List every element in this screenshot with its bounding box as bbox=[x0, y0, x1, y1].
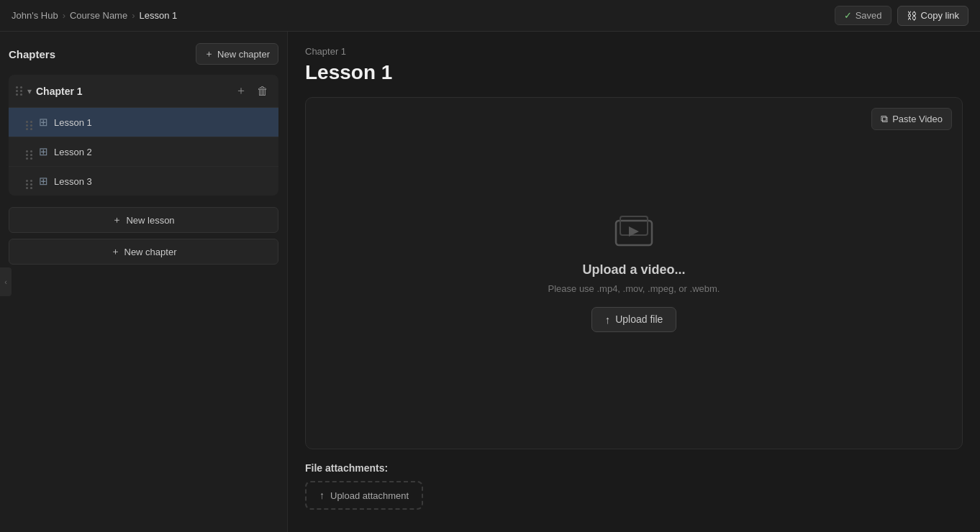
copy-link-label: Copy link bbox=[921, 10, 959, 21]
new-chapter-bottom-label: New chapter bbox=[124, 247, 177, 257]
chapter-1-block: ▾ Chapter 1 ＋ 🗑 ⊞ Lesson 1 bbox=[9, 75, 278, 196]
paste-icon: ⧉ bbox=[881, 113, 888, 125]
lesson-item-1[interactable]: ⊞ Lesson 1 bbox=[9, 108, 278, 137]
lesson-1-icon: ⊞ bbox=[39, 116, 48, 129]
content-title: Lesson 1 bbox=[305, 61, 963, 84]
plus-icon-chapter-bottom: ＋ bbox=[111, 245, 120, 258]
breadcrumb-sep2: › bbox=[132, 10, 135, 21]
chapter-1-actions: ＋ 🗑 bbox=[232, 82, 271, 100]
upload-file-icon: ↑ bbox=[605, 313, 611, 326]
breadcrumb: John's Hub › Course Name › Lesson 1 bbox=[12, 10, 177, 21]
video-upload-area: ⧉ Paste Video Upload a video... Please u… bbox=[305, 97, 963, 449]
main-layout: ‹ Chapters ＋ New chapter ▾ Chapter 1 ＋ bbox=[0, 32, 980, 532]
breadcrumb-lesson: Lesson 1 bbox=[140, 10, 178, 21]
plus-icon-top: ＋ bbox=[204, 47, 214, 60]
breadcrumb-course[interactable]: Course Name bbox=[70, 10, 127, 21]
saved-indicator: ✓ Saved bbox=[835, 6, 891, 25]
upload-video-title: Upload a video... bbox=[582, 262, 685, 278]
upload-file-button[interactable]: ↑ Upload file bbox=[591, 307, 677, 332]
delete-chapter-button[interactable]: 🗑 bbox=[254, 83, 271, 99]
breadcrumb-hub[interactable]: John's Hub bbox=[12, 10, 58, 21]
new-chapter-bottom-button[interactable]: ＋ New chapter bbox=[9, 239, 278, 265]
lesson-drag-dots-icon bbox=[26, 121, 33, 130]
content-breadcrumb: Chapter 1 bbox=[305, 46, 963, 57]
lesson-2-drag-icon bbox=[26, 144, 33, 160]
paste-video-button[interactable]: ⧉ Paste Video bbox=[871, 108, 952, 130]
check-icon: ✓ bbox=[844, 10, 852, 21]
lesson-2-icon: ⊞ bbox=[39, 145, 48, 158]
file-attachments-section: File attachments: ↑ Upload attachment bbox=[305, 462, 963, 524]
upload-attachment-label: Upload attachment bbox=[330, 490, 409, 501]
lesson-item-2[interactable]: ⊞ Lesson 2 bbox=[9, 137, 278, 167]
sidebar: Chapters ＋ New chapter ▾ Chapter 1 ＋ 🗑 bbox=[0, 32, 288, 532]
lesson-3-icon: ⊞ bbox=[39, 175, 48, 188]
lesson-1-label: Lesson 1 bbox=[54, 117, 92, 128]
lesson-item-3[interactable]: ⊞ Lesson 3 bbox=[9, 167, 278, 196]
upload-video-subtitle: Please use .mp4, .mov, .mpeg, or .webm. bbox=[548, 283, 720, 294]
new-lesson-button[interactable]: ＋ New lesson bbox=[9, 207, 278, 233]
drag-dots-icon bbox=[16, 86, 23, 96]
chapter-1-row: ▾ Chapter 1 ＋ 🗑 bbox=[9, 75, 278, 108]
breadcrumb-sep1: › bbox=[63, 10, 65, 21]
chapter-chevron-icon[interactable]: ▾ bbox=[27, 86, 32, 96]
add-lesson-button[interactable]: ＋ bbox=[232, 82, 250, 100]
header-actions: ✓ Saved ⛓ Copy link bbox=[835, 6, 968, 26]
lesson-2-label: Lesson 2 bbox=[54, 147, 92, 157]
plus-icon-lesson: ＋ bbox=[112, 214, 122, 226]
link-icon: ⛓ bbox=[907, 10, 917, 22]
new-chapter-top-label: New chapter bbox=[217, 49, 270, 60]
chapter-drag-handle[interactable] bbox=[16, 86, 23, 96]
sidebar-header: Chapters ＋ New chapter bbox=[9, 43, 278, 65]
chapter-1-name: Chapter 1 bbox=[36, 86, 228, 97]
upload-file-label: Upload file bbox=[615, 313, 663, 325]
lesson-drag-dots-2-icon bbox=[26, 150, 33, 160]
lesson-3-label: Lesson 3 bbox=[54, 176, 92, 187]
new-lesson-label: New lesson bbox=[126, 215, 174, 226]
copy-link-button[interactable]: ⛓ Copy link bbox=[897, 6, 968, 26]
header: John's Hub › Course Name › Lesson 1 ✓ Sa… bbox=[0, 0, 980, 32]
upload-attachment-button[interactable]: ↑ Upload attachment bbox=[305, 481, 423, 510]
lesson-1-drag-icon bbox=[26, 114, 33, 130]
lesson-drag-dots-3-icon bbox=[26, 180, 33, 189]
file-attachments-title: File attachments: bbox=[305, 462, 963, 474]
content-area: Chapter 1 Lesson 1 ⧉ Paste Video Upload … bbox=[288, 32, 980, 532]
collapse-sidebar-handle[interactable]: ‹ bbox=[0, 267, 12, 296]
upload-attachment-icon: ↑ bbox=[319, 490, 325, 501]
paste-video-label: Paste Video bbox=[892, 114, 943, 124]
lesson-3-drag-icon bbox=[26, 173, 33, 189]
upload-video-icon bbox=[614, 215, 653, 254]
saved-label: Saved bbox=[856, 10, 882, 21]
chapters-title: Chapters bbox=[9, 48, 55, 60]
new-chapter-top-button[interactable]: ＋ New chapter bbox=[196, 43, 278, 65]
